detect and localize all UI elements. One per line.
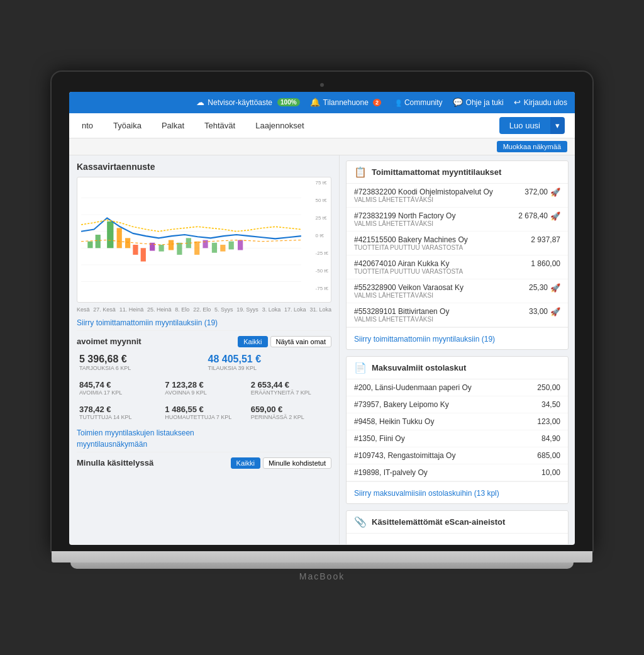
filter2-all-btn[interactable]: Kaikki (231, 457, 260, 469)
second-nav-left: nto Työaika Palkat Tehtävät Laajennokset (79, 121, 307, 130)
macbook-label: MacBook (52, 571, 592, 584)
nav-laajennokset[interactable]: Laajennokset (253, 121, 306, 130)
widget-header-escan: 📎 Käsittelemättömät eScan-aineistot (347, 511, 568, 534)
myyntitilaukset-footer-link[interactable]: Siirry toimittamattomiin myyntilauksiin … (354, 335, 495, 344)
svg-rect-14 (158, 244, 164, 251)
order-amount: 10,00 (541, 468, 560, 477)
chart-title: Kassavirtaennuste (77, 162, 331, 172)
table-row: #553289101 Bittivirtanen Oy VALMIS LÄHET… (347, 303, 568, 327)
filter-all-btn[interactable]: Kaikki (238, 336, 267, 347)
svg-rect-11 (133, 244, 138, 254)
ok-icon: 🚀 (550, 188, 560, 197)
filter-own-btn[interactable]: Näytä vain omat (270, 336, 331, 347)
nav-palkat[interactable]: Palkat (159, 121, 187, 130)
svg-rect-18 (194, 241, 199, 254)
stat-avoimia: 845,74 € AVOIMIA 17 KPL (77, 378, 160, 398)
svg-rect-23 (238, 240, 243, 250)
order-amount: 25,30 🚀 (529, 283, 560, 293)
ostolaskut-footer-link[interactable]: Siirry maksuvalmiisiin ostolaskuihin (13… (354, 489, 499, 498)
laptop-bottom (70, 563, 574, 569)
table-row: #9458, Heikin Tukku Oy 123,00 (347, 413, 568, 430)
chart-x-labels: Kesä 27. Kesä 11. Heinä 25. Heinä 8. Elo… (77, 306, 331, 313)
create-arrow-button[interactable]: ▾ (550, 117, 565, 134)
nav-tilannehuone[interactable]: 🔔 Tilannehuone 2 (310, 98, 381, 107)
chart-svg (81, 181, 327, 298)
widget-header-ostolaskut: 📄 Maksuvalmiit ostolaskut (347, 357, 568, 379)
create-btn-group[interactable]: Luo uusi ▾ (499, 117, 565, 134)
laptop-frame: ☁ Netvisor-käyttöaste 100% 🔔 Tilannehuon… (52, 72, 592, 584)
svg-rect-10 (125, 238, 130, 248)
stat-tututtuja: 378,42 € TUTUTTUJA 14 KPL (77, 402, 160, 423)
table-row: #552328900 Veikon Varaosat Ky VALMIS LÄH… (347, 279, 568, 303)
usage-badge: 100% (277, 98, 300, 106)
order-info: #19898, IT-palvely Oy (354, 468, 428, 477)
order-info: #723832200 Koodi Ohjelmistopalvelut Oy V… (354, 188, 493, 203)
divider2 (77, 452, 331, 452)
order-amount: 250,00 (537, 383, 560, 392)
svg-rect-12 (141, 248, 146, 261)
muokkaa-button[interactable]: Muokkaa näkymää (497, 141, 567, 152)
order-info: #420674010 Airan Kukka Ky TUOTTEITA PUUT… (354, 259, 463, 275)
cloud-icon: ☁ (196, 98, 204, 107)
widget-escan: 📎 Käsittelemättömät eScan-aineistot 📱 Si… (346, 510, 569, 544)
kassavirta-chart: 75 t€ 50 t€ 25 t€ 0 t€ -25 t€ -50 t€ -75… (77, 177, 331, 303)
svg-rect-7 (96, 235, 101, 248)
camera-dot (320, 83, 324, 87)
right-panel: 📋 Toimittamattomat myyntitilaukset #7238… (340, 155, 575, 544)
nav-community[interactable]: 👥 Community (391, 98, 443, 107)
myyntilaskut-link[interactable]: Toimien myyntilaskujen listaukseen (77, 428, 194, 437)
order-info: #552328900 Veikon Varaosat Ky VALMIS LÄH… (354, 283, 464, 299)
nav-kirjaudu[interactable]: ↩ Kirjaudu ulos (514, 98, 567, 107)
community-icon: 👥 (391, 98, 401, 107)
order-info: #1350, Fiini Oy (354, 434, 405, 443)
ok-icon: 🚀 (550, 283, 560, 293)
screen-bezel: ☁ Netvisor-käyttöaste 100% 🔔 Tilannehuon… (52, 72, 592, 551)
invoice-icon: 📄 (354, 362, 367, 374)
nav-nto[interactable]: nto (79, 121, 96, 130)
table-row: #723832199 North Factory Oy VALMIS LÄHET… (347, 208, 568, 232)
avoimet-section: avoimet myynnit Kaikki Näytä vain omat (77, 336, 331, 347)
paperclip-icon: 📎 (354, 516, 367, 528)
table-row: #73957, Bakery Leipomo Ky 34,50 (347, 396, 568, 413)
filter2-own-btn[interactable]: Minulle kohdistetut (263, 457, 331, 469)
widget-myyntitilaukset: 📋 Toimittamattomat myyntitilaukset #7238… (346, 160, 569, 350)
order-info: #9458, Heikin Tukku Oy (354, 417, 434, 426)
svg-rect-15 (169, 240, 174, 250)
order-info: #73957, Bakery Leipomo Ky (354, 400, 449, 409)
svg-rect-16 (177, 242, 182, 254)
left-panel: Kassavirtaennuste 75 t€ 50 t€ 25 t€ 0 t€… (69, 155, 340, 544)
order-amount: 84,90 (541, 434, 560, 443)
stat-tilauksia: 48 405,51 € TILAUKSIA 39 KPL (206, 351, 332, 374)
order-amount: 33,00 🚀 (529, 307, 560, 316)
order-amount: 685,00 (537, 451, 560, 460)
table-row: #109743, Rengastoimittaja Oy 685,00 (347, 447, 568, 464)
divider (77, 330, 331, 331)
second-nav: nto Työaika Palkat Tehtävät Laajennokset… (69, 113, 575, 138)
nav-tehtavat[interactable]: Tehtävät (202, 121, 238, 130)
chart-y-labels: 75 t€ 50 t€ 25 t€ 0 t€ -25 t€ -50 t€ -75… (316, 180, 328, 292)
widget-footer-ostolaskut: Siirry maksuvalmiisiin ostolaskuihin (13… (347, 481, 568, 503)
help-icon: 💬 (453, 98, 463, 107)
muokkaa-bar: Muokkaa näkymää (69, 138, 575, 155)
minulla-section: Minulla käsittelyssä Kaikki Minulle kohd… (77, 457, 331, 469)
table-row: #723832200 Koodi Ohjelmistopalvelut Oy V… (347, 184, 568, 208)
myyntitilaukset-link-chart[interactable]: Siirry toimittamattomiin myyntilauksiin … (77, 318, 218, 327)
create-button[interactable]: Luo uusi (499, 117, 550, 134)
table-row: #1350, Fiini Oy 84,90 (347, 430, 568, 447)
filter-buttons: Kaikki Näytä vain omat (238, 336, 331, 347)
ok-icon: 🚀 (550, 211, 560, 221)
widget-title-ostolaskut: Maksuvalmiit ostolaskut (372, 363, 466, 372)
svg-rect-6 (87, 241, 92, 248)
stat-avoinna: 7 123,28 € AVOINNA 9 KPL (162, 378, 245, 398)
stat-eraantyneet: 2 653,44 € ERÄÄNTYNEITÄ 7 KPL (248, 378, 331, 398)
order-amount: 2 678,40 🚀 (518, 211, 560, 221)
nav-ohje[interactable]: 💬 Ohje ja tuki (453, 98, 504, 107)
order-info: #109743, Rengastoimittaja Oy (354, 451, 455, 460)
laptop-base (52, 551, 592, 563)
myyntilakyma-link[interactable]: myyntilausnäkymään (77, 440, 147, 449)
bottom-links: Toimien myyntilaskujen listaukseen myynt… (77, 427, 331, 449)
logout-icon: ↩ (514, 98, 521, 107)
table-row: #200, Länsi-Uudenmaan paperi Oy 250,00 (347, 379, 568, 396)
nav-tyoaika[interactable]: Työaika (111, 121, 144, 130)
nav-usage[interactable]: ☁ Netvisor-käyttöaste 100% (196, 98, 299, 107)
